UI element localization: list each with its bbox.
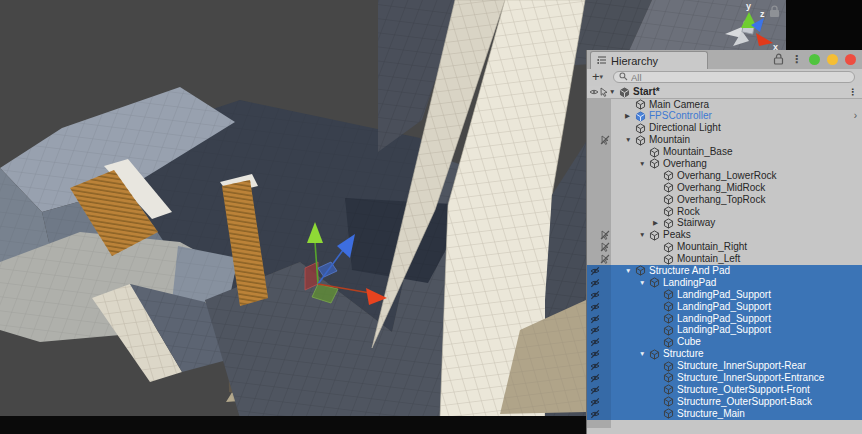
item-label: Structure_InnerSupport-Rear: [677, 360, 806, 372]
window-button-red[interactable]: [845, 54, 856, 65]
item-label: Cube: [677, 336, 701, 348]
item-label: Structure_OuterSupport-Front: [677, 384, 810, 396]
hierarchy-row[interactable]: Mountain_Left: [587, 253, 862, 265]
hierarchy-row[interactable]: ▼LandingPad: [587, 277, 862, 289]
hierarchy-tab-icon: [597, 55, 607, 67]
scene-options-icon[interactable]: ⋮: [848, 86, 857, 99]
prefab-open-chevron[interactable]: ›: [854, 110, 857, 122]
item-label: Mountain: [649, 134, 690, 146]
foldout-closed-icon[interactable]: ▶: [653, 217, 658, 229]
item-label: FPSController: [649, 110, 712, 122]
hierarchy-row[interactable]: Overhang_TopRock: [587, 194, 862, 206]
hierarchy-rows: ▼Start*⋮Main Camera▶FPSController›Direct…: [587, 86, 862, 420]
create-dropdown-caret: ▾: [600, 73, 604, 80]
hierarchy-toolbar: +▾: [587, 69, 862, 87]
item-label: LandingPad_Support: [677, 301, 771, 313]
item-label: Structure_Main: [677, 408, 745, 420]
foldout-open-icon[interactable]: ▼: [639, 158, 645, 170]
hierarchy-panel: Hierarchy ⋮ +▾: [586, 50, 862, 434]
hierarchy-row[interactable]: LandingPad_Support: [587, 289, 862, 301]
tab-hierarchy[interactable]: Hierarchy: [590, 51, 708, 69]
foldout-open-icon[interactable]: ▼: [639, 348, 645, 360]
axis-label-y: y: [746, 1, 751, 11]
window-button-yellow[interactable]: [827, 54, 838, 65]
hierarchy-row[interactable]: ▼Mountain: [587, 134, 862, 146]
item-label: Structure_InnerSupport-Entrance: [677, 372, 824, 384]
unity-editor: y z x Hierarchy: [0, 0, 862, 434]
scene-header-row[interactable]: ▼Start*⋮: [587, 86, 862, 99]
hierarchy-row[interactable]: ▼Structure And Pad: [587, 265, 862, 277]
panel-menu-icon[interactable]: ⋮: [791, 54, 802, 65]
hierarchy-row[interactable]: Structurre_OuterSupport-Back: [587, 396, 862, 408]
panel-tab-bar: Hierarchy ⋮: [587, 50, 862, 70]
hierarchy-row[interactable]: Overhang_LowerRock: [587, 170, 862, 182]
item-label: Mountain_Right: [677, 241, 747, 253]
picking-icon[interactable]: [599, 87, 609, 99]
window-corner-void: [786, 0, 862, 50]
lock-icon[interactable]: [773, 53, 784, 67]
hierarchy-row[interactable]: ▼Structure: [587, 348, 862, 360]
hierarchy-row[interactable]: ▶Stairway: [587, 217, 862, 229]
hierarchy-row[interactable]: ▼Overhang: [587, 158, 862, 170]
item-label: Directional Light: [649, 122, 721, 134]
window-button-green[interactable]: [809, 54, 820, 65]
item-label: LandingPad_Support: [677, 289, 771, 301]
foldout-open-icon[interactable]: ▼: [639, 277, 645, 289]
hierarchy-row[interactable]: Structure_OuterSupport-Front: [587, 384, 862, 396]
foldout-open-icon[interactable]: ▼: [609, 86, 615, 98]
tab-title: Hierarchy: [611, 55, 658, 67]
foldout-open-icon[interactable]: ▼: [625, 134, 631, 146]
item-label: Overhang: [663, 158, 707, 170]
item-label: LandingPad_Support: [677, 313, 771, 325]
visibility-icon[interactable]: [589, 87, 599, 99]
item-label: Mountain_Left: [677, 253, 740, 265]
hierarchy-row[interactable]: LandingPad_Support: [587, 324, 862, 336]
scene-bottom-void: [0, 416, 600, 434]
hierarchy-row[interactable]: Structure_Main: [587, 408, 862, 420]
item-label: Start*: [633, 86, 660, 99]
item-label: Overhang_LowerRock: [677, 170, 777, 182]
hierarchy-row[interactable]: LandingPad_Support: [587, 313, 862, 325]
hierarchy-row[interactable]: Mountain_Right: [587, 241, 862, 253]
hierarchy-row[interactable]: Cube: [587, 336, 862, 348]
search-icon: [619, 72, 628, 83]
item-label: Structure And Pad: [649, 265, 730, 277]
hierarchy-row[interactable]: Structure_InnerSupport-Entrance: [587, 372, 862, 384]
item-label: Structurre_OuterSupport-Back: [677, 396, 812, 408]
hierarchy-row[interactable]: Overhang_MidRock: [587, 182, 862, 194]
foldout-open-icon[interactable]: ▼: [625, 265, 631, 277]
item-label: Rock: [677, 206, 700, 218]
hierarchy-row[interactable]: ▼Peaks: [587, 229, 862, 241]
item-label: Mountain_Base: [663, 146, 733, 158]
item-label: LandingPad: [663, 277, 716, 289]
hierarchy-row[interactable]: ▶FPSController›: [587, 110, 862, 122]
hierarchy-row[interactable]: LandingPad_Support: [587, 301, 862, 313]
search-box[interactable]: [613, 71, 855, 83]
hierarchy-row[interactable]: Rock: [587, 206, 862, 218]
item-label: Structure: [663, 348, 704, 360]
foldout-closed-icon[interactable]: ▶: [625, 110, 630, 122]
foldout-open-icon[interactable]: ▼: [639, 229, 645, 241]
create-button[interactable]: +▾: [592, 70, 612, 84]
gameobject-icon: [663, 408, 674, 421]
search-input[interactable]: [631, 72, 849, 82]
item-label: Peaks: [663, 229, 691, 241]
item-label: LandingPad_Support: [677, 324, 771, 336]
item-label: Overhang_TopRock: [677, 194, 765, 206]
hierarchy-row[interactable]: Main Camera: [587, 99, 862, 111]
visibility-off-icon[interactable]: [590, 409, 600, 421]
hierarchy-tree: ▼Start*⋮Main Camera▶FPSController›Direct…: [587, 86, 862, 434]
item-label: Main Camera: [649, 99, 709, 111]
hierarchy-row[interactable]: Directional Light: [587, 122, 862, 134]
hierarchy-row[interactable]: Structure_InnerSupport-Rear: [587, 360, 862, 372]
hierarchy-row[interactable]: Mountain_Base: [587, 146, 862, 158]
item-label: Overhang_MidRock: [677, 182, 765, 194]
axis-label-z: z: [760, 9, 765, 19]
item-label: Stairway: [677, 217, 715, 229]
